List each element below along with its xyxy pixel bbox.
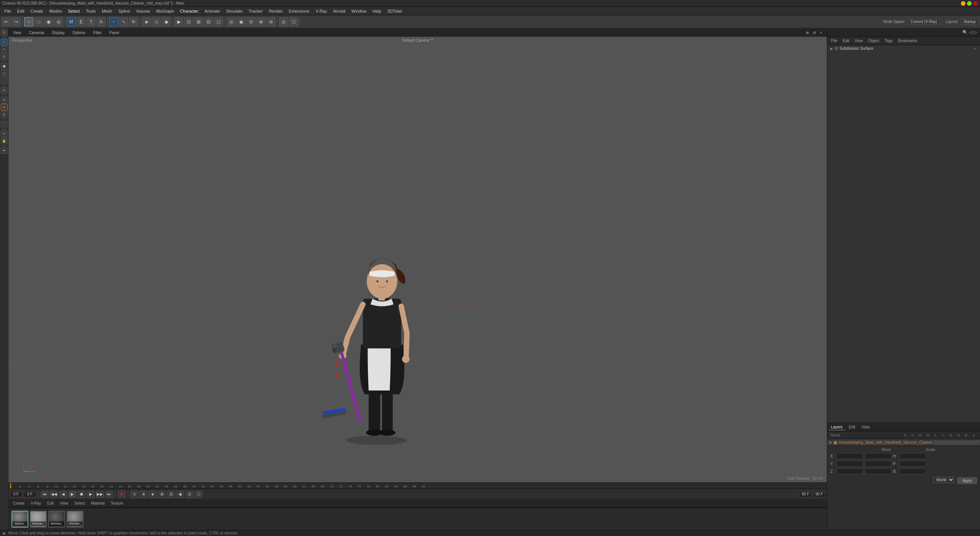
toolbar-texture-mode[interactable]: T [87, 17, 96, 26]
menu-file[interactable]: File [2, 8, 14, 14]
pc-btn-extra5[interactable]: ⊟ [167, 491, 175, 498]
menu-animate[interactable]: Animate [202, 8, 222, 14]
menu-window[interactable]: Window [349, 8, 369, 14]
menu-modes[interactable]: Modes [47, 8, 65, 14]
toolbar-box-select[interactable]: □ [34, 17, 43, 26]
toolbar-texture[interactable]: ◉ [237, 17, 246, 26]
material-swatch-dyson[interactable]: Dyson_ [11, 511, 28, 528]
layer-row[interactable]: ▶ ▣ Housekeeping_Maid_with_Handheld_Vacu… [827, 439, 980, 446]
coord-z-pos-input[interactable] [836, 468, 863, 474]
toolbar-material[interactable]: ◎ [227, 17, 236, 26]
layer-ico-render[interactable] [943, 441, 947, 444]
tool-lock[interactable]: 🔒 [1, 137, 8, 144]
tab-view[interactable]: View [852, 38, 865, 44]
menu-render[interactable]: Render [266, 8, 285, 14]
pc-btn-extra7[interactable]: ⊡ [186, 491, 193, 498]
coord-b-input[interactable] [899, 468, 926, 474]
tool-rotate[interactable]: ↻ [1, 53, 8, 60]
menu-spline[interactable]: Spline [116, 8, 133, 14]
menu-arnold[interactable]: Arnold [330, 8, 348, 14]
toolbar-uv[interactable]: ⊙ [247, 17, 256, 26]
toolbar-model-mode[interactable]: M [67, 17, 76, 26]
toolbar-ipr[interactable]: ⊞ [194, 17, 203, 26]
close-button[interactable] [973, 1, 978, 6]
pc-btn-extra3[interactable]: ◈ [149, 491, 157, 498]
coord-x-scale-input[interactable] [865, 453, 892, 459]
ss-check[interactable]: ✓ [974, 47, 977, 51]
toolbar-live-select[interactable]: ○ [24, 17, 33, 26]
toolbar-move[interactable]: ↑ [109, 17, 118, 26]
node-space-value[interactable]: Current (V-Ray) [908, 19, 940, 25]
tool-misc[interactable]: ✦ [1, 147, 8, 154]
viewport-menu-cameras[interactable]: Cameras [28, 30, 46, 36]
layer-ico-extra[interactable] [975, 441, 979, 444]
tool-scale[interactable]: ⤡ [1, 46, 8, 53]
pc-prev-keyframe[interactable]: ◀◀ [50, 491, 58, 498]
pc-stop[interactable]: ⏹ [78, 491, 85, 498]
pc-goto-start[interactable]: ⏮ [41, 491, 49, 498]
layer-ico-solo[interactable] [934, 441, 938, 444]
tool-s3[interactable]: S [1, 111, 8, 118]
pc-btn-extra8[interactable]: ⬡ [195, 491, 203, 498]
tool-bend[interactable]: ⌒ [1, 121, 8, 127]
toolbar-animate-mode[interactable]: A [96, 17, 106, 26]
minimize-button[interactable] [961, 1, 965, 6]
toolbar-scale[interactable]: ⤡ [119, 17, 128, 26]
menu-volume[interactable]: Volume [134, 8, 153, 14]
layers-tab-edit[interactable]: Edit [846, 424, 858, 430]
menu-tools[interactable]: Tools [83, 8, 98, 14]
pc-btn-extra6[interactable]: ◉ [176, 491, 184, 498]
tool-camera[interactable]: ⊙ [1, 87, 8, 94]
menu-mesh[interactable]: Mesh [99, 8, 115, 14]
toolbar-rotate[interactable]: ↻ [129, 17, 138, 26]
layout-value[interactable]: Startup [961, 19, 978, 25]
viewport-maximize-icon[interactable]: ⊕ [805, 30, 810, 35]
menu-simulate[interactable]: Simulate [224, 8, 245, 14]
tool-object-select[interactable]: ⊡ [1, 29, 8, 36]
nsp-icon2[interactable]: ▷ [974, 30, 977, 35]
toolbar-magnet[interactable]: ⊘ [266, 17, 276, 26]
layers-tab-layers[interactable]: Layers [829, 424, 845, 430]
coord-y-scale-input[interactable] [865, 461, 892, 467]
mat-menu-view[interactable]: View [58, 501, 70, 506]
material-swatch-woman1[interactable]: Woman_ [30, 511, 47, 528]
toolbar-shading3[interactable]: ◆ [162, 17, 171, 26]
material-swatch-woman2[interactable]: Woman_ [48, 511, 65, 528]
menu-help[interactable]: Help [370, 8, 384, 14]
apply-button[interactable]: Apply [957, 477, 977, 484]
layer-ico-vis[interactable] [939, 441, 942, 444]
menu-tracker[interactable]: Tracker [246, 8, 266, 14]
menu-create[interactable]: Create [28, 8, 46, 14]
mat-menu-vray[interactable]: V-Ray [29, 501, 42, 506]
search-icon[interactable]: 🔍 [962, 30, 968, 35]
viewport-menu-panel[interactable]: Panel [108, 30, 121, 36]
coord-y-pos-input[interactable] [836, 461, 863, 467]
viewport-canvas[interactable]: X Y Z Grid Spacing : 50 cm [8, 37, 827, 482]
tab-file[interactable]: File [829, 38, 840, 44]
tab-edit[interactable]: Edit [840, 38, 851, 44]
coord-h-input[interactable] [899, 453, 926, 459]
layer-ico-anim[interactable] [957, 441, 961, 444]
world-select[interactable]: World [933, 477, 954, 483]
coord-z-scale-input[interactable] [865, 468, 892, 474]
subdivision-surface-item[interactable]: ▶ ⊟ Subdivision Surface ✓ [827, 45, 980, 52]
layer-ico-lock[interactable] [952, 441, 956, 444]
toolbar-render[interactable]: ▶ [174, 17, 183, 26]
menu-mograph[interactable]: MoGraph [154, 8, 176, 14]
pc-btn-extra4[interactable]: ⊞ [158, 491, 166, 498]
menu-vray[interactable]: V-Ray [313, 8, 330, 14]
total-frames-input[interactable] [813, 491, 825, 497]
toolbar-lasso[interactable]: ◎ [54, 17, 63, 26]
viewport-settings-icon[interactable]: ⚙ [812, 30, 817, 35]
toolbar-softsel[interactable]: ◎ [279, 17, 288, 26]
mat-menu-select[interactable]: Select [73, 501, 87, 506]
toolbar-extra1[interactable]: ⬡ [289, 17, 298, 26]
pc-record[interactable]: ⏺ [118, 491, 126, 498]
viewport-menu-filter[interactable]: Filter [91, 30, 103, 36]
toolbar-viewport-render[interactable]: ◻ [214, 17, 223, 26]
tool-polygon[interactable]: ⬟ [1, 63, 8, 70]
toolbar-undo[interactable]: ↩ [2, 17, 11, 26]
layer-ico-mgr[interactable] [948, 441, 952, 444]
toolbar-snap[interactable]: ⊗ [256, 17, 266, 26]
maximize-button[interactable] [967, 1, 972, 6]
